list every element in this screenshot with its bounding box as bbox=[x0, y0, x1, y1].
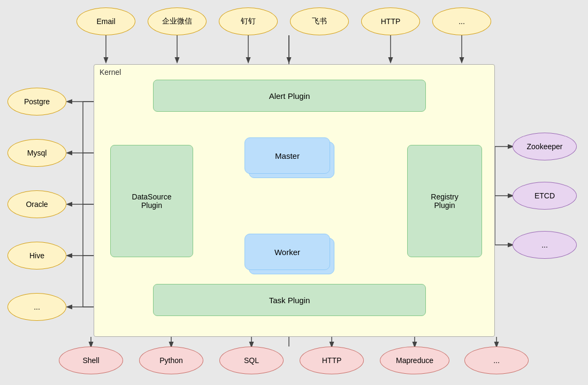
kernel-box: Kernel Alert Plugin DataSource Plugin Re… bbox=[94, 64, 495, 337]
ellipse-http-top: HTTP bbox=[361, 7, 420, 35]
alert-plugin-box: Alert Plugin bbox=[153, 80, 426, 112]
kernel-label: Kernel bbox=[100, 68, 121, 76]
ellipse-mysql: Mysql bbox=[7, 139, 66, 167]
ellipse-oracle: Oracle bbox=[7, 190, 66, 218]
ellipse-email: Email bbox=[77, 7, 135, 35]
ellipse-dots-top: ... bbox=[432, 7, 491, 35]
ellipse-feishu: 飞书 bbox=[290, 7, 349, 35]
ellipse-hive: Hive bbox=[7, 242, 66, 270]
ellipse-mapreduce: Mapreduce bbox=[380, 346, 449, 374]
ellipse-shell: Shell bbox=[59, 346, 123, 374]
ellipse-python: Python bbox=[139, 346, 203, 374]
ellipse-zookeeper: Zookeeper bbox=[513, 133, 577, 160]
ellipse-http-bottom: HTTP bbox=[300, 346, 364, 374]
ellipse-weixin: 企业微信 bbox=[148, 7, 207, 35]
ellipse-dots-bottom: ... bbox=[464, 346, 529, 374]
ellipse-sql: SQL bbox=[219, 346, 284, 374]
master-stacked: Master bbox=[245, 137, 335, 180]
registry-plugin-box: Registry Plugin bbox=[407, 145, 482, 257]
ellipse-dingding: 钉钉 bbox=[219, 7, 278, 35]
ellipse-dots-left: ... bbox=[7, 293, 66, 321]
task-plugin-box: Task Plugin bbox=[153, 284, 426, 316]
ellipse-dots-right: ... bbox=[513, 231, 577, 259]
architecture-diagram: Email 企业微信 钉钉 飞书 HTTP ... Postgre Mysql … bbox=[0, 0, 588, 385]
ellipse-etcd: ETCD bbox=[513, 182, 577, 210]
datasource-plugin-box: DataSource Plugin bbox=[110, 145, 193, 257]
ellipse-postgre: Postgre bbox=[7, 88, 66, 116]
worker-stacked: Worker bbox=[245, 234, 335, 276]
